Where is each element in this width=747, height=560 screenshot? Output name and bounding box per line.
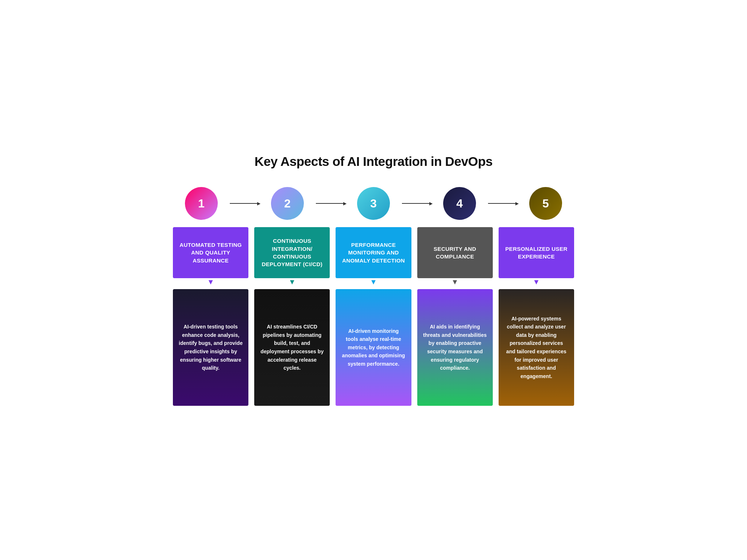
step-circle-2: 2 — [271, 187, 304, 220]
desc-card-4: AI aids in identifying threats and vulne… — [417, 289, 493, 406]
desc-card-3: AI-driven monitoring tools analyse real-… — [336, 289, 411, 406]
page-title: Key Aspects of AI Integration in DevOps — [173, 154, 574, 169]
label-title-1: AUTOMATED TESTING AND QUALITY ASSURANCE — [178, 241, 243, 264]
label-card-5: PERSONALIZED USER EXPERIENCE — [499, 227, 574, 278]
step-circle-1: 1 — [185, 187, 218, 220]
label-title-3: PERFORMANCE MONITORING AND ANOMALY DETEC… — [341, 241, 406, 264]
arrow-3 — [402, 203, 431, 204]
label-title-2: CONTINUOUS INTEGRATION/ CONTINUOUS DEPLO… — [259, 237, 325, 268]
descriptions-row: AI-driven testing tools enhance code ana… — [173, 289, 574, 406]
step-number-5: 5 — [542, 197, 549, 210]
arrow-4 — [488, 203, 517, 204]
labels-row: AUTOMATED TESTING AND QUALITY ASSURANCE … — [173, 227, 574, 278]
desc-text-2: AI streamlines CI/CD pipelines by automa… — [260, 323, 324, 372]
step-circle-5: 5 — [529, 187, 562, 220]
desc-text-1: AI-driven testing tools enhance code ana… — [179, 323, 243, 372]
label-card-2: CONTINUOUS INTEGRATION/ CONTINUOUS DEPLO… — [254, 227, 330, 278]
step-circle-3: 3 — [357, 187, 390, 220]
arrow-2 — [316, 203, 345, 204]
label-title-4: SECURITY AND COMPLIANCE — [422, 245, 488, 261]
step-wrapper-4: 4 — [431, 187, 488, 220]
step-number-4: 4 — [456, 197, 463, 210]
label-card-3: PERFORMANCE MONITORING AND ANOMALY DETEC… — [336, 227, 411, 278]
main-container: Key Aspects of AI Integration in DevOps … — [173, 154, 574, 406]
step-number-3: 3 — [370, 197, 377, 210]
step-wrapper-5: 5 — [517, 187, 574, 220]
step-number-2: 2 — [284, 197, 291, 210]
label-card-4: SECURITY AND COMPLIANCE — [417, 227, 493, 278]
step-circle-4: 4 — [443, 187, 476, 220]
step-wrapper-3: 3 — [345, 187, 402, 220]
desc-card-1: AI-driven testing tools enhance code ana… — [173, 289, 248, 406]
step-wrapper-1: 1 — [173, 187, 230, 220]
step-wrapper-2: 2 — [259, 187, 316, 220]
desc-text-5: AI-powered systems collect and analyze u… — [504, 315, 568, 380]
steps-row: 1 2 3 4 5 — [173, 187, 574, 220]
desc-card-5: AI-powered systems collect and analyze u… — [499, 289, 574, 406]
arrow-1 — [230, 203, 259, 204]
label-card-1: AUTOMATED TESTING AND QUALITY ASSURANCE — [173, 227, 248, 278]
step-number-1: 1 — [198, 197, 205, 210]
desc-card-2: AI streamlines CI/CD pipelines by automa… — [254, 289, 330, 406]
label-title-5: PERSONALIZED USER EXPERIENCE — [504, 245, 569, 261]
desc-text-3: AI-driven monitoring tools analyse real-… — [341, 327, 405, 368]
desc-text-4: AI aids in identifying threats and vulne… — [423, 323, 487, 372]
